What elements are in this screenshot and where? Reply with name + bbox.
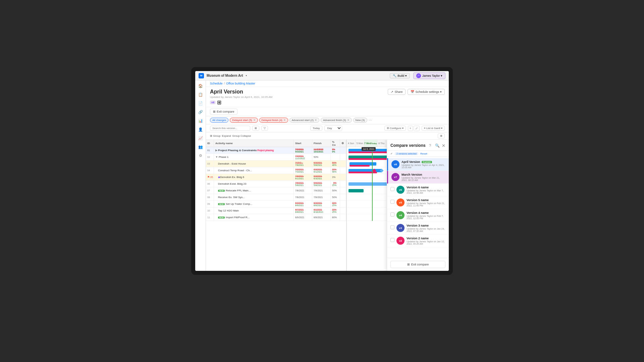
- close-icon[interactable]: ✕: [253, 119, 256, 122]
- version-info-v3: Version 3 name Updated by James Taylor o…: [407, 224, 445, 232]
- filter-button[interactable]: ▽: [261, 126, 268, 131]
- diamond-icon: ◆: [218, 176, 220, 179]
- sidebar-item-doc[interactable]: 📄: [197, 100, 204, 107]
- tab-delayed-start[interactable]: Delayed start (5) ✕: [230, 118, 258, 123]
- configure-button[interactable]: ⚙ Configure ▾: [384, 126, 406, 131]
- version-icon: ⊞: [217, 99, 221, 106]
- exit-compare-button[interactable]: ⊠ Exit compare: [210, 109, 237, 115]
- version-name-row: Version 4 name: [407, 211, 445, 215]
- expand-button[interactable]: Expand: [222, 134, 231, 137]
- build-label: Build ▾: [397, 74, 407, 77]
- close-icon[interactable]: ✕: [315, 119, 317, 122]
- list-gantt-button[interactable]: ≡ List & Gantt ▾: [422, 126, 445, 131]
- sidebar-item-settings[interactable]: ⚙: [197, 152, 204, 159]
- share-button[interactable]: ↗ Share: [388, 89, 406, 95]
- tab-delayed-finish[interactable]: Delayed finish (4) ✕: [259, 118, 288, 123]
- filter-icon-button[interactable]: ⊞: [252, 126, 259, 131]
- compare-list[interactable]: v8 April Version Current Updated by Jame…: [387, 157, 449, 258]
- tab-new[interactable]: New (3): [353, 118, 367, 123]
- version-item-v3[interactable]: v3 Version 3 name Updated by James Taylo…: [387, 222, 449, 235]
- sidebar-item-home[interactable]: 🏠: [197, 82, 204, 89]
- gantt-bar: [348, 189, 364, 192]
- close-panel-button[interactable]: ✕: [442, 143, 445, 148]
- close-icon[interactable]: ✕: [283, 119, 286, 122]
- version-item-v5[interactable]: v5 Version 5 name Updated by James Taylo…: [387, 196, 449, 209]
- gantt-col-thu8: 8 Thu: [377, 140, 386, 147]
- version-checkbox-v5[interactable]: [390, 200, 394, 204]
- day-select[interactable]: Day Week Month: [324, 125, 342, 131]
- compare-header-icons: ? 🔍 ✕: [427, 142, 445, 148]
- user-button[interactable]: JT James Taylor ▾: [413, 72, 445, 79]
- breadcrumb-project[interactable]: Office building Master: [226, 82, 255, 85]
- row-options-button[interactable]: ⊞: [438, 133, 445, 138]
- close-icon[interactable]: ✕: [347, 119, 350, 122]
- version-updated: Updated by James Taylor on Jan 10, 2022,…: [407, 240, 445, 245]
- table-row: 07 NEW Relocate FPL Main... 7/8/2021 7/9…: [206, 187, 346, 194]
- th-id: ID: [206, 140, 214, 147]
- expand-view-button[interactable]: ⤢: [414, 126, 420, 131]
- version-item-v8[interactable]: v8 April Version Current Updated by Jame…: [387, 158, 449, 171]
- version-name: Version 2 name: [407, 237, 429, 240]
- today-button[interactable]: Today: [310, 126, 322, 131]
- sub-toolbar: ⊞ ▽ Today Day Week Month ⚙ Configure ▾ +…: [206, 124, 449, 132]
- th-pct: % Co: [331, 140, 340, 147]
- tab-advanced-finish[interactable]: Advanced finish (3) ✕: [321, 118, 352, 123]
- version-badges: v8 ⊞: [210, 99, 445, 106]
- version-checkbox-v2[interactable]: [390, 238, 394, 242]
- version-checkbox-v3[interactable]: [390, 225, 394, 229]
- compare-header: Compare versions ? 🔍 ✕: [387, 140, 449, 151]
- version-name: March Version: [401, 173, 422, 176]
- main-area: 🏠 📋 📄 🔗 📊 👤 📈 👥 ⚙ Schedule / Office buil…: [195, 80, 449, 271]
- schedule-settings-button[interactable]: 📅 Schedule settings ▾: [408, 89, 445, 95]
- table-row: 02 ▼ Phase 1 7/3/2021 11/2/2022: [206, 154, 346, 161]
- sidebar: 🏠 📋 📄 🔗 📊 👤 📈 👥 ⚙: [195, 80, 206, 271]
- gantt-col-sun4: 4 Sun: [347, 140, 356, 147]
- exit-compare-footer-button[interactable]: ⊠ Exit compare: [390, 261, 445, 268]
- expand-row-icon[interactable]: ▶: [215, 149, 217, 152]
- version-checkbox-v6[interactable]: [390, 187, 394, 191]
- new-badge: NEW: [218, 190, 225, 192]
- tab-advanced-start[interactable]: Advanced start (2) ✕: [289, 118, 319, 123]
- table-row: 10 Tap 12 H2O Main 8/7/2021 8/8/2021: [206, 207, 346, 214]
- add-view-button[interactable]: +: [408, 126, 413, 131]
- top-bar-right: 🔧 Build ▾ JT James Taylor ▾: [390, 72, 445, 79]
- version-item-v4[interactable]: v4 Version 4 name Updated by James Taylo…: [387, 209, 449, 222]
- version-circle-v5: v5: [396, 198, 405, 206]
- new-badge: NEW: [218, 203, 225, 205]
- build-button[interactable]: 🔧 Build ▾: [390, 73, 410, 78]
- version-name: Version 4 name: [407, 211, 429, 215]
- exit-icon: ⊠: [213, 110, 216, 113]
- sidebar-item-team[interactable]: 👥: [197, 143, 204, 150]
- version-item-v2[interactable]: v2 Version 2 name Updated by James Taylo…: [387, 235, 449, 247]
- version-checkbox-v4[interactable]: [390, 213, 394, 217]
- version-name-row: Version 6 name: [407, 186, 445, 189]
- help-icon[interactable]: ?: [427, 142, 433, 148]
- breadcrumb-schedule[interactable]: Schedule: [210, 82, 223, 85]
- group-toolbar: ⊞ Group Expand Group Collapse ⊞: [206, 132, 449, 140]
- collapse-button[interactable]: Group Collapse: [232, 134, 251, 137]
- sidebar-item-link[interactable]: 🔗: [197, 109, 204, 115]
- table-area: ID Activity name Start Finish % Co ⚙ 01 …: [206, 140, 449, 271]
- table-header: ID Activity name Start Finish % Co ⚙: [206, 140, 346, 147]
- sidebar-item-chart[interactable]: 📊: [197, 117, 204, 124]
- version-updated: Updated by James Taylor on Jan 24, 2022,…: [407, 228, 445, 232]
- sidebar-item-graph[interactable]: 📈: [197, 135, 204, 141]
- sidebar-item-list[interactable]: 📋: [197, 91, 204, 98]
- reset-link[interactable]: Reset: [420, 152, 427, 155]
- app-logo: M: [199, 73, 204, 78]
- selected-count: 2 versions selected: [395, 152, 418, 155]
- tab-all-changes[interactable]: All changes: [210, 118, 228, 123]
- version-name-row: Version 2 name: [407, 237, 445, 240]
- flag-icon: ⚑: [207, 176, 210, 179]
- version-item-v6[interactable]: v6 Version 6 name Updated by James Taylo…: [387, 184, 449, 196]
- sidebar-item-user[interactable]: 👤: [197, 126, 204, 133]
- table-row: 04 Construct Temp Road - Ch... 7/3/2021 …: [206, 167, 346, 174]
- dot-separator: •: [246, 74, 247, 77]
- group-button[interactable]: ⊞ Group: [210, 134, 220, 137]
- search-input[interactable]: [210, 126, 250, 131]
- more-options-icon[interactable]: ⋯: [369, 118, 372, 122]
- share-icon: ↗: [391, 90, 393, 94]
- collapse-row-icon[interactable]: ▼: [215, 156, 218, 159]
- search-icon[interactable]: 🔍: [434, 142, 440, 148]
- version-item-v7[interactable]: v7 March Version Updated by James Taylor…: [387, 171, 449, 184]
